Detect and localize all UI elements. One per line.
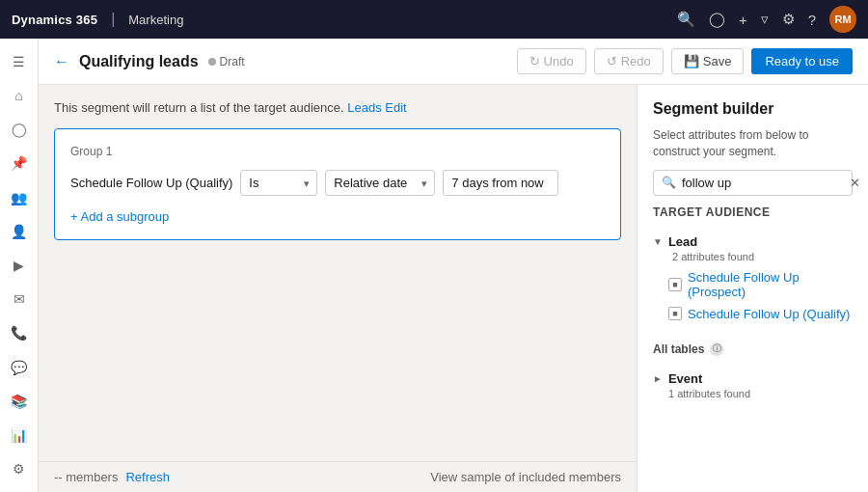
sidebar-pin-icon[interactable]: 📌: [4, 149, 35, 178]
status-label: Draft: [220, 55, 245, 68]
add-subgroup-button[interactable]: + Add a subgroup: [70, 209, 605, 224]
event-section: ► Event 1 attributes found: [653, 369, 853, 399]
attribute-item-qualify[interactable]: ■ Schedule Follow Up (Qualify): [653, 303, 853, 325]
redo-button[interactable]: ↺ Redo: [594, 48, 664, 74]
draft-dot: [208, 58, 216, 66]
condition-row: Schedule Follow Up (Qualify) Is Relative…: [70, 170, 605, 196]
sidebar-contacts-icon[interactable]: 👥: [4, 182, 35, 212]
event-chevron-icon: ►: [653, 373, 663, 384]
group-box: Group 1 Schedule Follow Up (Qualify) Is …: [54, 128, 621, 240]
search-input[interactable]: [682, 176, 844, 190]
search-icon[interactable]: 🔍: [677, 11, 695, 28]
save-button[interactable]: 💾 Save: [671, 48, 745, 74]
sidebar-menu-icon[interactable]: ☰: [4, 46, 35, 76]
sidebar-email-icon[interactable]: ✉: [4, 285, 35, 314]
lead-chevron-icon: ▼: [653, 236, 663, 247]
attr-icon-qualify: ■: [668, 307, 682, 320]
operator-select[interactable]: Is: [240, 170, 317, 196]
sidebar-home-icon[interactable]: ⌂: [4, 80, 35, 110]
brand-name: Dynamics 365: [12, 13, 97, 27]
builder-description: Select attributes from below to construc…: [653, 127, 853, 160]
undo-button[interactable]: ↻ Undo: [517, 48, 586, 74]
clear-icon[interactable]: ✕: [850, 176, 860, 190]
attribute-item-prospect[interactable]: ■ Schedule Follow Up (Prospect): [653, 266, 853, 303]
lead-section-header[interactable]: ▼ Lead: [653, 232, 853, 251]
all-tables-section: All tables ⓘ: [653, 342, 853, 356]
redo-label: Redo: [621, 54, 651, 68]
segment-desc: This segment will return a list of the t…: [54, 100, 344, 115]
event-title: Event: [668, 371, 702, 386]
operator-wrapper: Is: [240, 170, 317, 196]
content-area: ← Qualifying leads Draft ↻ Undo ↺ Redo 💾…: [39, 39, 868, 492]
all-tables-label: All tables: [653, 342, 704, 356]
undo-label: Undo: [544, 54, 574, 68]
lead-count: 2 attributes found: [657, 251, 853, 262]
edit-link[interactable]: Edit: [385, 100, 406, 115]
event-section-header[interactable]: ► Event: [653, 369, 853, 388]
filter-icon[interactable]: ▿: [761, 11, 769, 28]
info-icon[interactable]: ⓘ: [710, 342, 723, 356]
save-icon: 💾: [684, 54, 699, 68]
left-footer: -- members Refresh View sample of includ…: [39, 461, 637, 492]
attribute-label-qualify: Schedule Follow Up (Qualify): [688, 307, 850, 321]
sidebar-settings-icon[interactable]: ⚙: [4, 454, 35, 484]
sidebar-recent-icon[interactable]: ◯: [4, 114, 35, 144]
sidebar-phone-icon[interactable]: 📞: [4, 318, 35, 348]
nav-icons: 🔍 ◯ + ▿ ⚙ ? RM: [677, 6, 856, 33]
module-name: Marketing: [128, 13, 183, 27]
help-icon[interactable]: ?: [808, 12, 816, 28]
attr-icon-prospect: ■: [668, 278, 682, 291]
save-label: Save: [703, 54, 732, 68]
avatar[interactable]: RM: [829, 6, 856, 33]
undo-icon: ↻: [529, 54, 540, 68]
target-audience-label: Target audience: [653, 205, 853, 219]
status-badge: Draft: [208, 55, 245, 68]
builder-title: Segment builder: [653, 100, 853, 118]
date-type-select[interactable]: Relative date: [325, 170, 435, 196]
plus-icon[interactable]: +: [739, 12, 747, 28]
lead-title: Lead: [668, 234, 697, 249]
entity-link[interactable]: Leads: [347, 100, 381, 115]
sidebar-chat-icon[interactable]: 💬: [4, 352, 35, 382]
condition-field: Schedule Follow Up (Qualify): [70, 176, 232, 190]
event-count: 1 attributes found: [653, 388, 853, 399]
lead-section: ▼ Lead 2 attributes found ■ Schedule Fol…: [653, 232, 853, 325]
main-layout: ☰ ⌂ ◯ 📌 👥 👤 ▶ ✉ 📞 💬 📚 📊 ⚙ ← Qualifying l…: [0, 39, 868, 492]
main-content: This segment will return a list of the t…: [39, 85, 868, 492]
ready-label: Ready to use: [765, 54, 839, 68]
search-box[interactable]: 🔍 ✕: [653, 170, 853, 196]
bell-icon[interactable]: ◯: [709, 11, 725, 28]
search-icon: 🔍: [662, 176, 676, 189]
header-actions: ↻ Undo ↺ Redo 💾 Save Ready to use: [517, 48, 853, 74]
sidebar-leads-icon[interactable]: 👤: [4, 216, 35, 246]
back-button[interactable]: ←: [54, 53, 69, 70]
segment-info: This segment will return a list of the t…: [54, 100, 621, 115]
settings-icon[interactable]: ⚙: [782, 11, 795, 28]
members-count: -- members: [54, 470, 118, 484]
segment-builder-panel: Segment builder Select attributes from b…: [637, 85, 868, 492]
view-sample[interactable]: View sample of included members: [430, 470, 621, 484]
sidebar: ☰ ⌂ ◯ 📌 👥 👤 ▶ ✉ 📞 💬 📚 📊 ⚙: [0, 39, 39, 492]
left-panel: This segment will return a list of the t…: [39, 85, 637, 492]
sub-header: ← Qualifying leads Draft ↻ Undo ↺ Redo 💾…: [39, 39, 868, 85]
page-title: Qualifying leads: [79, 53, 199, 70]
sidebar-library-icon[interactable]: 📚: [4, 386, 35, 416]
group-label: Group 1: [70, 145, 605, 158]
condition-value: 7 days from now: [443, 170, 558, 196]
ready-button[interactable]: Ready to use: [751, 48, 853, 74]
top-navigation: Dynamics 365 | Marketing 🔍 ◯ + ▿ ⚙ ? RM: [0, 0, 868, 39]
redo-icon: ↺: [607, 54, 617, 68]
nav-divider: |: [111, 11, 115, 28]
sidebar-chart-icon[interactable]: 📊: [4, 421, 35, 451]
attribute-label-prospect: Schedule Follow Up (Prospect): [688, 270, 853, 299]
date-type-wrapper: Relative date: [325, 170, 435, 196]
sidebar-play-icon[interactable]: ▶: [4, 250, 35, 280]
refresh-link[interactable]: Refresh: [125, 470, 170, 484]
